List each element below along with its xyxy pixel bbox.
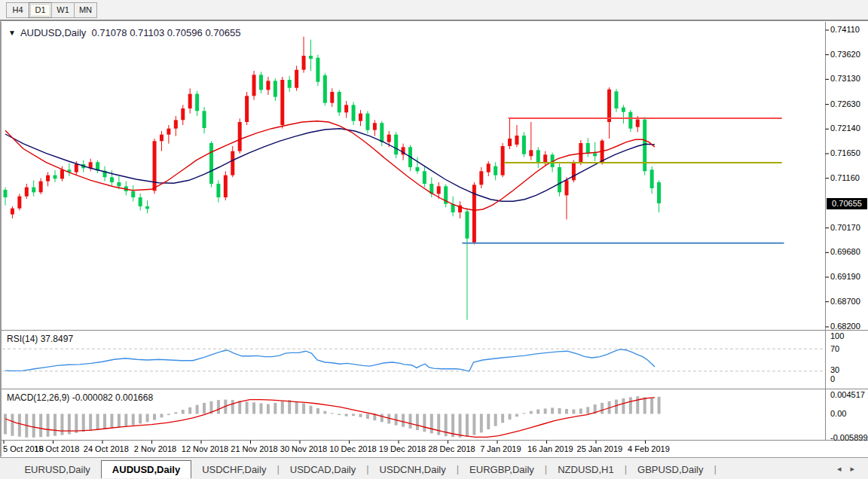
tab-gbpusd-daily[interactable]: GBPUSD,Daily <box>627 461 714 478</box>
candlestick <box>543 154 547 162</box>
candlestick <box>564 180 568 195</box>
macd-histogram-bar <box>4 414 7 435</box>
candlestick <box>167 129 170 135</box>
candlestick <box>309 56 313 59</box>
current-price-badge: 0.70655 <box>827 198 867 209</box>
timeframe-button-mn[interactable]: MN <box>74 2 97 18</box>
macd-histogram-bar <box>579 408 582 413</box>
macd-histogram-bar <box>146 414 149 423</box>
macd-histogram-bar <box>18 414 21 437</box>
timeframe-button-w1[interactable]: W1 <box>51 2 75 18</box>
macd-histogram-bar <box>231 400 234 413</box>
macd-histogram-bar <box>381 414 384 423</box>
macd-histogram-bar <box>295 401 298 413</box>
chart-client-area[interactable]: ▼AUDUSD,Daily 0.71078 0.71103 0.70596 0.… <box>0 21 868 457</box>
macd-histogram-bar <box>82 414 85 432</box>
macd-histogram-bar <box>416 414 419 431</box>
price-axis-label: 0.74110 <box>830 25 860 34</box>
macd-histogram-bar <box>316 408 319 414</box>
candlestick <box>11 209 14 215</box>
rsi-label: RSI(14) 37.8497 <box>7 334 73 344</box>
candlestick <box>529 150 533 156</box>
macd-histogram-bar <box>509 414 512 420</box>
macd-histogram-bar <box>96 414 99 431</box>
candlestick <box>515 136 518 145</box>
candlestick <box>380 123 384 142</box>
tab-eurgbp-daily[interactable]: EURGBP,Daily <box>459 461 545 478</box>
macd-histogram-bar <box>522 413 525 413</box>
macd-histogram-bar <box>11 414 14 436</box>
tab-usdchf-daily[interactable]: USDCHF,Daily <box>191 461 277 478</box>
symbol-title: ▼AUDUSD,Daily 0.71078 0.71103 0.70596 0.… <box>8 27 240 38</box>
macd-histogram-bar <box>309 406 312 414</box>
candlestick <box>365 114 369 130</box>
candlestick <box>160 135 164 142</box>
macd-axis-label: 0.00 <box>830 409 846 418</box>
tab-usdcnh-daily[interactable]: USDCNH,Daily <box>369 461 457 478</box>
macd-histogram-bar <box>636 396 639 413</box>
macd-histogram-bar <box>302 403 305 413</box>
candlestick <box>181 108 185 120</box>
tab-audusd-daily[interactable]: AUDUSD,Daily <box>101 460 191 478</box>
price-axis-label: 0.72140 <box>830 124 860 133</box>
date-axis-label: 25 Jan 2019 <box>577 444 623 453</box>
macd-histogram-bar <box>238 401 241 413</box>
candlestick <box>316 58 319 82</box>
candlestick <box>32 188 35 193</box>
macd-histogram-bar <box>39 414 42 438</box>
mt4-window: H4D1W1MN ▼AUDUSD,Daily 0.71078 0.71103 0… <box>0 0 868 479</box>
price-axis-label: 0.72630 <box>830 99 860 108</box>
candlestick <box>238 122 242 151</box>
candlestick <box>153 141 157 191</box>
macd-histogram-bar <box>288 400 291 413</box>
tab-scroll-left-icon[interactable]: ◂ <box>837 464 851 473</box>
macd-histogram-bar <box>572 410 575 414</box>
price-axis-label: 0.68700 <box>830 297 860 306</box>
candlestick <box>252 75 256 96</box>
macd-histogram-bar <box>153 414 156 420</box>
candlestick <box>174 120 178 128</box>
tab-eurusd-daily[interactable]: EURUSD,Daily <box>14 461 100 478</box>
macd-histogram-bar <box>437 414 440 435</box>
macd-histogram-bar <box>565 409 568 413</box>
macd-histogram-bar <box>601 403 604 414</box>
tab-scroll-right-icon[interactable]: ▸ <box>850 464 863 473</box>
candlestick <box>437 186 441 194</box>
macd-histogram-bar <box>267 404 270 414</box>
macd-histogram-bar <box>472 414 475 435</box>
candlestick <box>117 182 121 186</box>
macd-histogram-bar <box>103 414 106 430</box>
macd-histogram-bar <box>323 411 326 414</box>
date-axis-label: 15 Oct 2018 <box>34 444 79 453</box>
macd-histogram-bar <box>352 414 355 416</box>
macd-histogram-bar <box>32 414 35 438</box>
macd-histogram-bar <box>622 398 625 414</box>
candlestick <box>359 114 362 121</box>
tab-nzdusd-h1[interactable]: NZDUSD,H1 <box>547 461 624 478</box>
macd-histogram-bar <box>124 414 127 427</box>
tab-usdcad-daily[interactable]: USDCAD,Daily <box>280 461 366 478</box>
candlestick <box>46 175 50 182</box>
candlestick <box>209 143 213 184</box>
date-axis-label: 19 Dec 2018 <box>379 444 426 453</box>
macd-histogram-bar <box>89 414 92 432</box>
timeframe-button-h4[interactable]: H4 <box>6 2 29 18</box>
candlestick <box>522 136 526 154</box>
candlestick <box>622 108 625 112</box>
price-axis-label: 0.73620 <box>830 50 860 59</box>
timeframe-button-d1[interactable]: D1 <box>29 2 52 18</box>
macd-histogram-bar <box>259 403 262 413</box>
date-axis-label: 10 Dec 2018 <box>329 444 376 453</box>
candlestick <box>387 135 391 142</box>
macd-histogram-bar <box>139 414 142 424</box>
macd-histogram-bar <box>643 397 646 413</box>
tab-divider: | <box>714 458 716 479</box>
macd-histogram-bar <box>402 414 405 427</box>
candlestick <box>4 190 8 197</box>
candlestick <box>558 167 561 192</box>
timeframe-toolbar: H4D1W1MN <box>0 0 868 21</box>
macd-histogram-bar <box>246 401 249 413</box>
date-axis-label: 7 Jan 2019 <box>480 444 521 453</box>
macd-histogram-bar <box>274 403 277 414</box>
price-axis-label: 0.70170 <box>830 223 860 232</box>
